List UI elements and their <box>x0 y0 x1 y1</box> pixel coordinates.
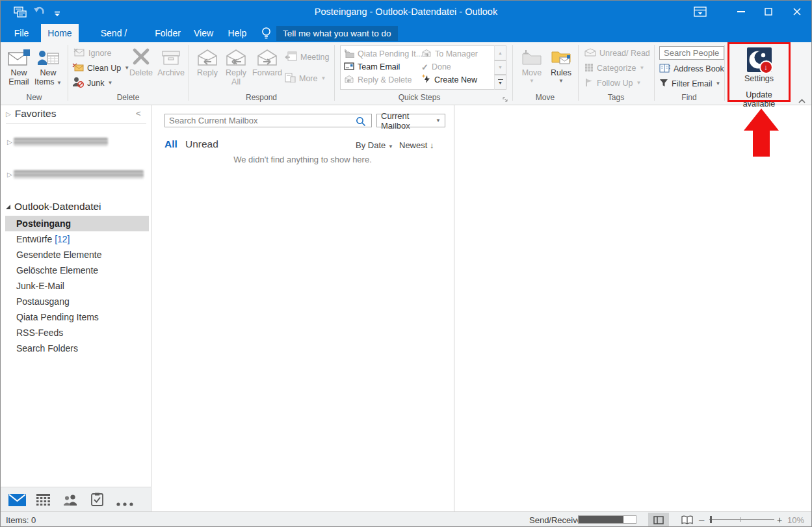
down-arrow-icon: ↓ <box>430 140 434 150</box>
sort-by-dropdown[interactable]: By Date ▼ <box>356 140 393 150</box>
redacted-account-name[interactable] <box>14 138 108 146</box>
settings-label: Settings <box>729 74 789 83</box>
folder-item-postausgang[interactable]: Postausgang <box>5 294 149 309</box>
search-people-box[interactable] <box>659 46 724 60</box>
rules-button[interactable]: Rules ▼ <box>547 44 575 84</box>
archive-icon <box>155 44 187 66</box>
quick-steps-scroll-column: ▲ ▼ ▼ <box>494 45 506 90</box>
zoom-slider-track[interactable] <box>709 519 774 520</box>
follow-up-button[interactable]: Follow Up ▼ <box>584 77 642 89</box>
quick-steps-more-button[interactable]: ▼ <box>494 75 506 90</box>
quick-steps-dialog-launcher-icon[interactable] <box>503 94 509 106</box>
expand-triangle-icon[interactable]: ▷ <box>7 138 12 146</box>
search-icon[interactable] <box>356 116 366 129</box>
sort-order-button[interactable]: Newest ↓ <box>399 140 434 150</box>
filter-tab-all[interactable]: All <box>164 138 177 150</box>
close-button[interactable] <box>788 5 806 19</box>
redacted-account-name[interactable] <box>14 170 144 179</box>
expand-triangle-icon[interactable]: ▷ <box>7 171 12 178</box>
dropdown-arrow-icon: ▼ <box>547 79 575 84</box>
forward-button[interactable]: Forward <box>251 44 283 77</box>
new-items-button[interactable]: New Items ▼ <box>33 44 63 86</box>
minimize-button[interactable] <box>732 5 750 19</box>
folder-item-rss-feeds[interactable]: RSS-Feeds <box>5 325 149 341</box>
calendar-nav-icon[interactable] <box>36 494 50 508</box>
tasks-nav-icon[interactable] <box>91 493 103 509</box>
favorites-header[interactable]: ▷ Favorites <box>6 108 56 120</box>
search-scope-dropdown[interactable]: Current Mailbox ▼ <box>376 114 445 127</box>
folder-item-gesendete[interactable]: Gesendete Elemente <box>5 247 149 263</box>
normal-view-button[interactable] <box>648 513 669 527</box>
reply-all-button[interactable]: Reply All <box>222 44 250 86</box>
people-nav-icon[interactable] <box>63 494 78 508</box>
address-book-button[interactable]: Address Book <box>659 63 724 75</box>
zoom-level[interactable]: 10% <box>787 515 804 525</box>
delete-button[interactable]: Delete <box>128 44 154 77</box>
new-items-icon <box>33 44 63 66</box>
archive-button[interactable]: Archive <box>155 44 187 77</box>
zoom-slider-thumb[interactable] <box>710 516 712 523</box>
clean-up-button[interactable]: Clean Up ▼ <box>72 62 129 74</box>
search-people-input[interactable] <box>660 47 724 59</box>
reading-view-button[interactable] <box>677 513 698 527</box>
follow-up-label: Follow Up <box>597 79 633 88</box>
new-email-label: Email <box>5 77 33 86</box>
new-email-button[interactable]: New Email <box>5 44 33 86</box>
folder-item-search-folders[interactable]: Search Folders <box>5 341 149 356</box>
more-button[interactable]: More ▼ <box>285 73 326 84</box>
tab-home[interactable]: Home <box>41 24 79 42</box>
address-book-label: Address Book <box>674 64 724 73</box>
meeting-button[interactable]: Meeting <box>285 51 329 63</box>
send-receive-progress-bar <box>578 515 636 524</box>
folder-item-posteingang[interactable]: Posteingang <box>5 216 149 231</box>
ribbon-display-options-button[interactable] <box>691 5 709 19</box>
quick-step-label: Reply & Delete <box>358 75 412 84</box>
quick-steps-scroll-up-button[interactable]: ▲ <box>494 45 506 60</box>
filter-email-button[interactable]: Filter Email ▼ <box>659 78 720 90</box>
quick-step-qiata-pending[interactable]: Qiata Pending It... <box>344 47 423 60</box>
quick-step-reply-delete[interactable]: Reply & Delete <box>344 73 412 86</box>
dropdown-arrow-icon: ▼ <box>517 79 546 84</box>
expand-triangle-icon[interactable]: ▷ <box>6 110 11 118</box>
collapse-pane-chevron-icon[interactable]: < <box>136 109 141 118</box>
unread-read-button[interactable]: Unread/ Read <box>584 47 650 59</box>
more-nav-ellipsis-icon[interactable] <box>116 497 133 509</box>
filter-tab-unread[interactable]: Unread <box>185 138 218 150</box>
folder-item-geloeschte[interactable]: Gelöschte Elemente <box>5 263 149 278</box>
quick-step-label: To Manager <box>435 49 478 58</box>
mail-nav-icon[interactable] <box>8 493 26 509</box>
tab-file[interactable]: File <box>8 24 34 42</box>
quick-step-done[interactable]: ✓ Done <box>421 60 451 73</box>
reply-all-label: All <box>222 77 250 86</box>
tab-view[interactable]: View <box>190 24 216 42</box>
tell-me-box[interactable]: Tell me what you want to do <box>276 26 398 41</box>
settings-button[interactable]: ↓ Settings <box>729 46 789 83</box>
quick-step-create-new[interactable]: Create New <box>421 73 477 86</box>
send-receive-status-label[interactable]: Send/Receive <box>529 515 582 525</box>
tab-help[interactable]: Help <box>224 24 250 42</box>
tab-folder[interactable]: Folder <box>149 24 187 42</box>
folder-item-qiata-pending[interactable]: Qiata Pending Items <box>5 309 149 325</box>
move-button[interactable]: Move ▼ <box>517 44 546 84</box>
quick-step-to-manager[interactable]: To Manager <box>421 47 478 60</box>
quick-steps-scroll-down-button[interactable]: ▼ <box>494 60 506 75</box>
forward-label: Forward <box>251 68 283 77</box>
folder-item-entwuerfe[interactable]: Entwürfe [12] <box>5 231 149 247</box>
ignore-button[interactable]: Ignore <box>73 47 111 59</box>
folder-item-junk[interactable]: Junk-E-Mail <box>5 278 149 294</box>
search-mailbox-box[interactable] <box>164 114 372 127</box>
junk-button[interactable]: Junk ▼ <box>72 77 112 89</box>
tab-send-receive[interactable]: Send / Receive <box>84 24 144 42</box>
account-header[interactable]: Outlook-Datendatei <box>6 201 101 212</box>
search-mailbox-input[interactable] <box>165 114 371 127</box>
quick-step-team-email[interactable]: Team Email <box>344 60 400 73</box>
collapse-triangle-icon[interactable] <box>6 205 10 209</box>
zoom-out-button[interactable]: – <box>699 514 704 525</box>
categorize-button[interactable]: Categorize ▼ <box>584 62 644 74</box>
reply-button[interactable]: Reply <box>194 44 221 77</box>
collapse-ribbon-chevron-icon[interactable] <box>798 95 805 107</box>
zoom-in-button[interactable]: + <box>777 515 782 525</box>
maximize-button[interactable] <box>759 5 778 19</box>
categorize-grid-icon <box>584 63 594 73</box>
group-label-respond: Respond <box>189 92 334 103</box>
